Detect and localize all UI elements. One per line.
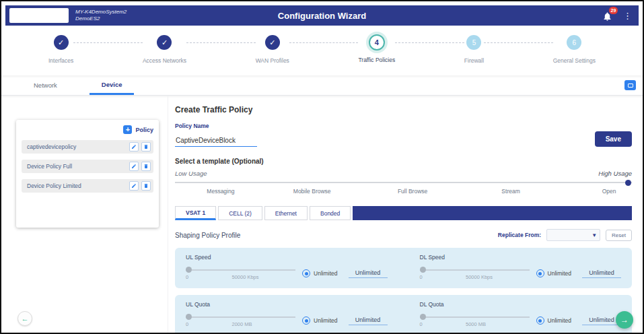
policy-name: Device Policy Limited: [27, 182, 127, 189]
scope-tabbar: Network Device: [1, 75, 643, 96]
step-wan-profiles[interactable]: ✓ WAN Profiles: [256, 35, 289, 64]
replicate-group: Replicate From: ▼ Reset: [498, 229, 632, 241]
replicate-from-select[interactable]: ▼: [546, 229, 600, 241]
add-policy-label: Policy: [135, 127, 153, 133]
check-icon: ✓: [54, 35, 69, 50]
next-button[interactable]: →: [616, 311, 633, 329]
slider-min-label: 0: [420, 321, 423, 327]
radio-icon: [536, 269, 544, 277]
ul-quota-value[interactable]: Unlimited: [349, 316, 388, 325]
step-number: 6: [567, 35, 581, 50]
slider-min-label: 0: [186, 321, 188, 327]
template-slider-track[interactable]: [175, 182, 632, 183]
tab-cell[interactable]: CELL (2): [218, 206, 262, 220]
delete-icon[interactable]: [141, 181, 151, 191]
expand-icon[interactable]: [624, 80, 636, 90]
policy-list-item[interactable]: captivedevicepolicy: [22, 140, 153, 154]
tab-bonded[interactable]: Bonded: [310, 206, 351, 220]
tab-ethernet[interactable]: Ethernet: [264, 206, 308, 220]
edit-icon[interactable]: [129, 181, 139, 191]
policy-list-item[interactable]: Device Policy Limited: [22, 179, 153, 193]
system-name: MY-K4DemoSystem2: [75, 9, 127, 15]
arrow-left-icon: ←: [22, 314, 29, 323]
ul-speed-slider[interactable]: 0 50000 Kbps: [186, 267, 295, 280]
step-access-networks[interactable]: ✓ Access Networks: [143, 35, 186, 64]
ul-speed-value[interactable]: Unlimited: [349, 269, 388, 278]
step-number: 5: [466, 35, 481, 50]
save-button[interactable]: Save: [595, 131, 632, 147]
slider-track[interactable]: [186, 269, 295, 271]
notification-badge: 29: [609, 7, 618, 14]
tick-messaging[interactable]: Messaging: [207, 188, 234, 195]
tick-mobile-browse[interactable]: Mobile Browse: [293, 188, 331, 195]
policy-name-input[interactable]: [175, 135, 257, 147]
add-policy-button[interactable]: + Policy: [22, 125, 153, 134]
create-policy-form: Create Traffic Policy Policy Name Save S…: [175, 96, 632, 333]
back-button[interactable]: ←: [17, 311, 32, 326]
tick-stream[interactable]: Stream: [501, 188, 520, 195]
slider-max-label: 50000 Kbps: [466, 274, 493, 280]
tick-full-browse[interactable]: Full Browse: [398, 188, 427, 195]
ul-quota-unlimited-radio[interactable]: Unlimited: [302, 316, 337, 325]
dl-speed-slider[interactable]: 0 50000 Kbps: [420, 267, 530, 280]
system-info: MY-K4DemoSystem2 DemoES2: [75, 9, 127, 22]
step-interfaces[interactable]: ✓ Interfaces: [48, 35, 73, 64]
usage-range-labels: Low Usage High Usage: [175, 170, 632, 177]
notifications-button[interactable]: 29: [602, 9, 615, 22]
step-label: Firewall: [464, 57, 484, 64]
step-firewall[interactable]: 5 Firewall: [464, 35, 484, 64]
policy-list-item[interactable]: Device Policy Full: [22, 160, 153, 173]
step-label: Access Networks: [143, 57, 186, 64]
edit-icon[interactable]: [129, 162, 139, 171]
slider-thumb[interactable]: [186, 267, 192, 273]
template-section-label: Select a template (Optional): [175, 158, 632, 165]
dl-speed-value[interactable]: Unlimited: [582, 269, 621, 278]
ul-quota-field: UL Quota 0 2000 MB Unlimited: [186, 301, 388, 327]
slider-min-label: 0: [186, 274, 188, 280]
tick-open[interactable]: Open: [602, 188, 616, 195]
speed-panel: UL Speed 0 50000 Kbps Unlimited: [175, 248, 632, 288]
template-slider[interactable]: [175, 179, 632, 186]
app-window: MY-K4DemoSystem2 DemoES2 Configuration W…: [0, 0, 644, 334]
template-slider-thumb[interactable]: [625, 180, 631, 186]
quota-panel: UL Quota 0 2000 MB Unlimited: [175, 295, 632, 333]
page-title: Configuration Wizard: [278, 11, 366, 21]
main-area: + Policy captivedevicepolicy Device Poli…: [1, 96, 643, 333]
tab-network[interactable]: Network: [22, 75, 69, 95]
slider-track[interactable]: [420, 316, 530, 318]
system-code: DemoES2: [75, 15, 127, 22]
dl-speed-field: DL Speed 0 50000 Kbps Unlimited: [420, 254, 622, 280]
tab-vsat1[interactable]: VSAT 1: [175, 206, 216, 220]
step-traffic-policies[interactable]: 4 Traffic Policies: [358, 35, 395, 63]
edit-icon[interactable]: [129, 142, 139, 152]
slider-track[interactable]: [186, 316, 295, 318]
slider-max-label: 50000 Kbps: [231, 274, 258, 280]
radio-label: Unlimited: [314, 270, 337, 277]
delete-icon[interactable]: [141, 142, 151, 152]
step-connector: [289, 42, 359, 43]
radio-label: Unlimited: [548, 317, 571, 324]
tab-device[interactable]: Device: [90, 75, 135, 95]
plus-icon: +: [123, 125, 132, 134]
slider-thumb[interactable]: [420, 314, 426, 320]
ul-quota-slider[interactable]: 0 2000 MB: [186, 314, 295, 327]
check-icon: ✓: [265, 35, 280, 50]
slider-max-label: 5000 MB: [466, 321, 486, 327]
shaping-title: Shaping Policy Profile: [175, 232, 240, 239]
policy-list-card: + Policy captivedevicepolicy Device Poli…: [16, 120, 159, 228]
kebab-menu-icon[interactable]: ⋮: [623, 11, 632, 21]
reset-button[interactable]: Reset: [606, 230, 632, 241]
template-slider-ticks: Messaging Mobile Browse Full Browse Stre…: [175, 188, 632, 197]
check-icon: ✓: [157, 35, 172, 50]
slider-thumb[interactable]: [420, 267, 426, 273]
slider-track[interactable]: [420, 269, 530, 271]
delete-icon[interactable]: [141, 162, 151, 171]
ul-speed-unlimited-radio[interactable]: Unlimited: [302, 269, 337, 277]
dl-speed-unlimited-radio[interactable]: Unlimited: [536, 269, 571, 277]
step-general-settings[interactable]: 6 General Settings: [553, 35, 596, 64]
dl-quota-unlimited-radio[interactable]: Unlimited: [536, 316, 571, 325]
slider-thumb[interactable]: [186, 314, 192, 320]
dl-quota-slider[interactable]: 0 5000 MB: [420, 314, 530, 327]
vertical-divider: [168, 96, 168, 333]
step-label: Interfaces: [48, 57, 73, 64]
